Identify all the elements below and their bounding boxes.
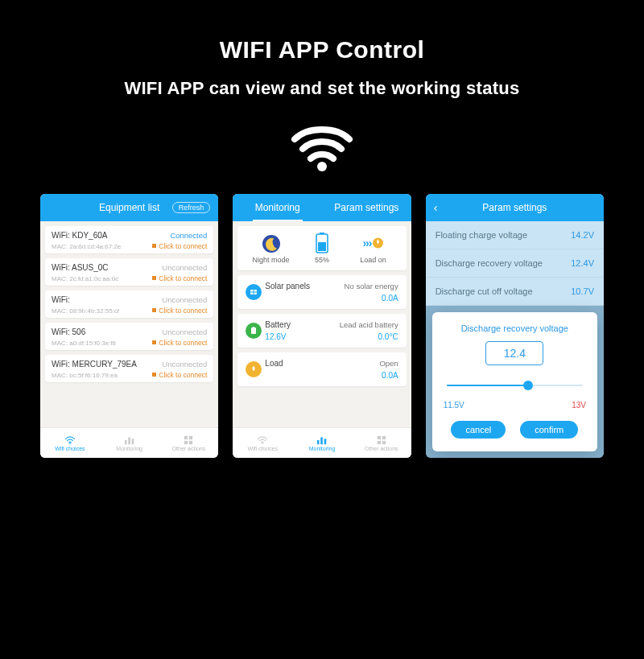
nav-wifi-choices[interactable]: Wifi choices [40, 428, 100, 458]
wifi-status: Unconnected [162, 263, 207, 272]
nav-other-actions[interactable]: Other actions [352, 428, 411, 458]
svg-rect-4 [131, 439, 134, 444]
click-to-connect[interactable]: Click to connect [152, 371, 207, 379]
svg-point-1 [69, 443, 71, 444]
confirm-button[interactable]: confirm [520, 421, 578, 439]
click-to-connect[interactable]: Click to connect [152, 242, 207, 250]
svg-rect-18 [253, 327, 254, 328]
voltage-slider[interactable] [447, 375, 583, 397]
load-icon: ››› [362, 233, 383, 253]
wifi-network-card[interactable]: WiFi:UnconnectedMAC: 08:9b:4b:32:55:cfCl… [45, 290, 213, 318]
svg-rect-26 [382, 440, 386, 443]
param-row-floating-charge[interactable]: Floating charge voltage 14.2V [426, 221, 604, 249]
equipment-list-title: Equipment list [99, 202, 159, 213]
wifi-mac: MAC: 2a:6d:cd:4a:67:2e [52, 243, 121, 250]
svg-point-0 [317, 162, 327, 171]
tab-param-settings[interactable]: Param settings [322, 194, 411, 221]
status-load: ››› Load on [348, 233, 398, 264]
slider-thumb[interactable] [523, 381, 533, 390]
panel-solar[interactable]: Solar panels No solar energy 0.0A [237, 275, 406, 309]
moon-icon [261, 233, 282, 254]
svg-rect-2 [125, 440, 127, 444]
page-subtitle: WIFI APP can view and set the working st… [40, 78, 604, 99]
nav-monitoring[interactable]: Monitoring [100, 428, 159, 458]
grid-icon [183, 435, 194, 445]
wifi-ssid: WiFi: KDY_60A [52, 231, 107, 240]
svg-rect-7 [184, 440, 188, 443]
wifi-mac: MAC: bc:5f:f6:16:79:ea [52, 372, 118, 379]
wifi-status: Unconnected [162, 295, 207, 304]
param-row-discharge-recovery[interactable]: Discharge recovery voltage 12.4V [426, 249, 604, 278]
wifi-ssid: WiFi: 506 [52, 327, 85, 336]
svg-rect-22 [324, 439, 327, 444]
bottom-nav: Wifi choices Monitoring Other actions [40, 427, 218, 458]
svg-rect-24 [382, 435, 386, 439]
wifi-ssid: WiFi: [52, 295, 70, 304]
load-circle-icon [246, 361, 262, 377]
wifi-status: Unconnected [162, 327, 207, 336]
param-settings-title: Param settings [482, 202, 547, 213]
solar-icon [246, 284, 262, 300]
voltage-dialog: Discharge recovery voltage 12.4 11.5V 13… [432, 312, 597, 451]
wifi-network-card[interactable]: WiFi: 506UnconnectedMAC: a0:df:15:f0:3e:… [45, 323, 213, 350]
phone-param-settings: ‹ Param settings Floating charge voltage… [426, 194, 604, 458]
phone-equipment-list: Equipment list Refresh WiFi: KDY_60AConn… [40, 194, 218, 458]
svg-rect-17 [251, 327, 256, 334]
wifi-network-card[interactable]: WiFi: KDY_60AConnectedMAC: 2a:6d:cd:4a:6… [45, 226, 213, 253]
grid-icon [376, 435, 387, 445]
status-row: Night mode 55% ››› Load on [237, 226, 406, 270]
bars-icon [316, 435, 328, 445]
wifi-mac: MAC: 08:9b:4b:32:55:cf [52, 307, 119, 315]
wifi-icon [257, 435, 268, 445]
wifi-icon [64, 435, 76, 445]
bars-icon [124, 435, 135, 445]
svg-rect-21 [320, 437, 323, 444]
click-to-connect[interactable]: Click to connect [152, 307, 207, 315]
tab-monitoring[interactable]: Monitoring [233, 194, 322, 221]
wifi-mac: MAC: 2c:fd:a1:0c:aa:0c [52, 275, 118, 282]
nav-monitoring[interactable]: Monitoring [292, 428, 352, 458]
bottom-nav: Wifi choices Monitoring Other actions [233, 427, 411, 458]
svg-rect-8 [189, 440, 192, 443]
svg-rect-23 [378, 435, 381, 439]
click-to-connect[interactable]: Click to connect [152, 274, 207, 282]
phone-monitoring: Monitoring Param settings Night mode [233, 194, 411, 458]
nav-wifi-choices[interactable]: Wifi choices [233, 428, 292, 458]
slider-min-label: 11.5V [444, 401, 464, 410]
wifi-ssid: WiFi: MERCURY_79EA [52, 360, 137, 369]
wifi-status: Connected [170, 231, 207, 240]
nav-other-actions[interactable]: Other actions [159, 428, 219, 458]
battery-circle-icon [246, 323, 262, 339]
battery-icon [312, 233, 332, 253]
slider-max-label: 13V [572, 401, 586, 410]
param-row-discharge-cutoff[interactable]: Discharge cut off voltage 10.7V [426, 278, 604, 306]
svg-rect-6 [189, 435, 192, 439]
svg-rect-12 [318, 242, 326, 251]
voltage-input[interactable]: 12.4 [485, 341, 543, 365]
status-night-mode: Night mode [246, 233, 295, 264]
svg-point-19 [262, 443, 263, 444]
panel-battery[interactable]: Battery Lead acid battery 12.6V 0.0°C [237, 314, 406, 348]
click-to-connect[interactable]: Click to connect [152, 339, 207, 347]
wifi-network-card[interactable]: WiFi: ASUS_0CUnconnectedMAC: 2c:fd:a1:0c… [45, 258, 213, 286]
dialog-title: Discharge recovery voltage [444, 323, 586, 333]
status-battery: 55% [297, 233, 347, 264]
back-button[interactable]: ‹ [434, 201, 438, 214]
svg-rect-20 [317, 440, 320, 444]
wifi-status: Unconnected [162, 360, 207, 369]
cancel-button[interactable]: cancel [451, 421, 506, 439]
page-title: WIFI APP Control [40, 36, 604, 64]
wifi-ssid: WiFi: ASUS_0C [52, 263, 109, 272]
svg-rect-3 [128, 437, 130, 444]
svg-rect-25 [378, 440, 381, 443]
svg-rect-5 [184, 435, 188, 439]
wifi-icon [40, 122, 604, 171]
panel-load[interactable]: Load Open 0.0A [237, 352, 406, 386]
wifi-mac: MAC: a0:df:15:f0:3e:f8 [52, 340, 116, 347]
wifi-network-card[interactable]: WiFi: MERCURY_79EAUnconnectedMAC: bc:5f:… [45, 355, 213, 382]
refresh-button[interactable]: Refresh [172, 202, 211, 213]
